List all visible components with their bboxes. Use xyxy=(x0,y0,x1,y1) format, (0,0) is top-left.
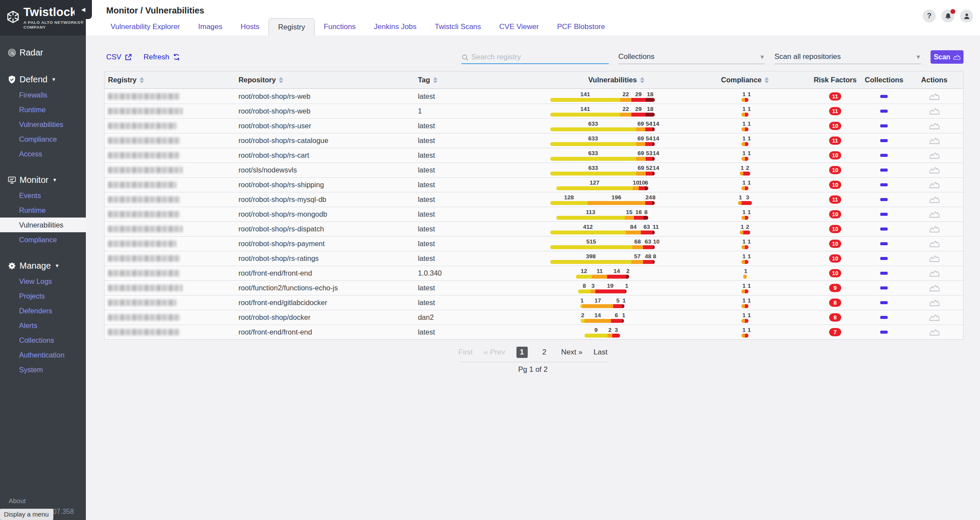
scan-progress-icon[interactable] xyxy=(929,196,940,203)
pagination-next[interactable]: Next » xyxy=(561,348,582,357)
sidebar-section-header-defend[interactable]: Defend▼ xyxy=(0,71,86,88)
scan-progress-icon[interactable] xyxy=(929,211,940,218)
scan-progress-icon[interactable] xyxy=(929,152,940,159)
collections-chip[interactable] xyxy=(880,110,888,113)
sort-icon[interactable] xyxy=(140,77,144,83)
scan-progress-icon[interactable] xyxy=(929,314,940,321)
scan-progress-icon[interactable] xyxy=(929,328,940,336)
table-row[interactable]: root/robot-shop/rs-userlatest63369541411… xyxy=(105,118,963,133)
collections-chip[interactable] xyxy=(880,139,888,142)
collections-chip[interactable] xyxy=(880,124,888,127)
tab-functions[interactable]: Functions xyxy=(315,18,365,36)
tab-images[interactable]: Images xyxy=(189,18,232,36)
table-row[interactable]: root/function2/functions-echo-jslatest83… xyxy=(105,280,963,295)
scan-progress-icon[interactable] xyxy=(929,284,940,292)
sidebar-item-defenders[interactable]: Defenders xyxy=(0,303,86,318)
about-link[interactable]: About xyxy=(9,497,74,504)
collections-chip[interactable] xyxy=(880,272,888,275)
table-row[interactable]: root/robot-shop/rs-ratingslatest39857488… xyxy=(105,251,963,266)
tab-vulnerability-explorer[interactable]: Vulnerability Explorer xyxy=(101,18,189,36)
tab-twistcli-scans[interactable]: Twistcli Scans xyxy=(426,18,490,36)
search-input[interactable] xyxy=(471,53,609,62)
table-row[interactable]: root/front-end/front-end1.0.340121114211… xyxy=(105,266,963,280)
sidebar-item-system[interactable]: System xyxy=(0,362,86,377)
tab-pcf-blobstore[interactable]: PCF Blobstore xyxy=(548,18,614,36)
sort-icon[interactable] xyxy=(640,77,644,83)
tab-registry[interactable]: Registry xyxy=(268,18,314,36)
column-header-vulnerabilities[interactable]: Vulnerabilities xyxy=(550,76,683,84)
scan-progress-icon[interactable] xyxy=(929,137,940,144)
collections-chip[interactable] xyxy=(880,154,888,157)
collections-chip[interactable] xyxy=(880,316,888,319)
bell-icon[interactable] xyxy=(941,10,954,23)
collections-chip[interactable] xyxy=(880,95,888,98)
scan-button[interactable]: Scan xyxy=(931,50,964,64)
table-row[interactable]: root/front-end/gitlabcidockerlatest11751… xyxy=(105,295,963,310)
sidebar-item-events[interactable]: Events xyxy=(0,188,86,203)
sidebar-collapse-button[interactable]: ◀ xyxy=(75,0,92,19)
csv-export-button[interactable]: CSV xyxy=(106,53,132,62)
collections-chip[interactable] xyxy=(880,198,888,201)
collections-chip[interactable] xyxy=(880,242,888,245)
table-row[interactable]: root/robot-shop/rs-paymentlatest51568631… xyxy=(105,236,963,251)
collections-chip[interactable] xyxy=(880,301,888,304)
column-header-tag[interactable]: Tag xyxy=(418,76,550,84)
sidebar-item-compliance[interactable]: Compliance xyxy=(0,132,86,146)
sidebar-item-view-logs[interactable]: View Logs xyxy=(0,274,86,289)
sort-icon[interactable] xyxy=(433,77,438,83)
refresh-button[interactable]: Refresh xyxy=(144,53,180,62)
table-row[interactable]: root/robot-shop/rs-cartlatest63369531411… xyxy=(105,148,963,162)
collections-chip[interactable] xyxy=(880,286,888,289)
sidebar-item-runtime[interactable]: Runtime xyxy=(0,102,86,117)
table-row[interactable]: root/robot-shop/rs-mysql-dblatest1281962… xyxy=(105,192,963,207)
table-row[interactable]: root/front-end/front-endlatest923117 xyxy=(105,325,963,339)
sidebar-item-firewalls[interactable]: Firewalls xyxy=(0,88,86,102)
tab-jenkins-jobs[interactable]: Jenkins Jobs xyxy=(365,18,425,36)
scan-progress-icon[interactable] xyxy=(929,166,940,174)
collections-chip[interactable] xyxy=(880,169,888,172)
scan-scope-dropdown[interactable]: Scan all repositories ▼ xyxy=(774,52,921,64)
table-row[interactable]: root/robot-shop/rs-dispatchlatest4128463… xyxy=(105,221,963,236)
sidebar-section-header-manage[interactable]: Manage▼ xyxy=(0,257,86,274)
collections-chip[interactable] xyxy=(880,228,888,231)
pagination-page-2[interactable]: 2 xyxy=(539,347,550,358)
scan-progress-icon[interactable] xyxy=(929,107,940,115)
table-row[interactable]: root/robot-shop/rs-mongodblatest11315168… xyxy=(105,207,963,221)
table-row[interactable]: root/robot-shop/rs-web11412229181111 xyxy=(105,104,963,118)
sidebar-item-runtime[interactable]: Runtime xyxy=(0,203,86,218)
help-icon[interactable]: ? xyxy=(923,10,936,23)
scan-progress-icon[interactable] xyxy=(929,240,940,247)
tab-cve-viewer[interactable]: CVE Viewer xyxy=(490,18,548,36)
collections-dropdown[interactable]: Collections ▼ xyxy=(618,52,765,64)
scan-progress-icon[interactable] xyxy=(929,93,940,100)
collections-chip[interactable] xyxy=(880,213,888,216)
sidebar-item-access[interactable]: Access xyxy=(0,146,86,161)
scan-progress-icon[interactable] xyxy=(929,255,940,262)
collections-chip[interactable] xyxy=(880,257,888,260)
scan-progress-icon[interactable] xyxy=(929,122,940,130)
table-row[interactable]: root/robot-shop/rs-weblatest141222918111… xyxy=(105,89,963,104)
pagination-last[interactable]: Last xyxy=(594,348,608,357)
sort-icon[interactable] xyxy=(279,77,283,83)
sidebar-item-vulnerabilities[interactable]: Vulnerabilities xyxy=(0,218,86,232)
scan-progress-icon[interactable] xyxy=(929,270,940,277)
column-header-registry[interactable]: Registry xyxy=(105,76,238,84)
column-header-repository[interactable]: Repository xyxy=(238,76,418,84)
scan-progress-icon[interactable] xyxy=(929,299,940,306)
tab-hosts[interactable]: Hosts xyxy=(232,18,268,36)
sidebar-item-authentication[interactable]: Authentication xyxy=(0,348,86,362)
collections-chip[interactable] xyxy=(880,183,888,186)
scan-progress-icon[interactable] xyxy=(929,181,940,188)
sidebar-section-header-radar[interactable]: Radar xyxy=(0,44,86,61)
sidebar-item-compliance[interactable]: Compliance xyxy=(0,232,86,247)
sidebar-item-collections[interactable]: Collections xyxy=(0,333,86,348)
sidebar-item-vulnerabilities[interactable]: Vulnerabilities xyxy=(0,117,86,132)
sidebar-item-alerts[interactable]: Alerts xyxy=(0,318,86,333)
pagination-page-1[interactable]: 1 xyxy=(516,347,528,358)
table-row[interactable]: root/robot-shop/rs-shippinglatest1271010… xyxy=(105,177,963,192)
table-row[interactable]: root/sls/nodewsvlslatest6336952141210 xyxy=(105,162,963,177)
column-header-compliance[interactable]: Compliance xyxy=(683,76,808,84)
sidebar-section-header-monitor[interactable]: Monitor▼ xyxy=(0,172,86,188)
sort-icon[interactable] xyxy=(764,77,769,83)
table-row[interactable]: root/robot-shop/dockerdan221461118 xyxy=(105,310,963,325)
